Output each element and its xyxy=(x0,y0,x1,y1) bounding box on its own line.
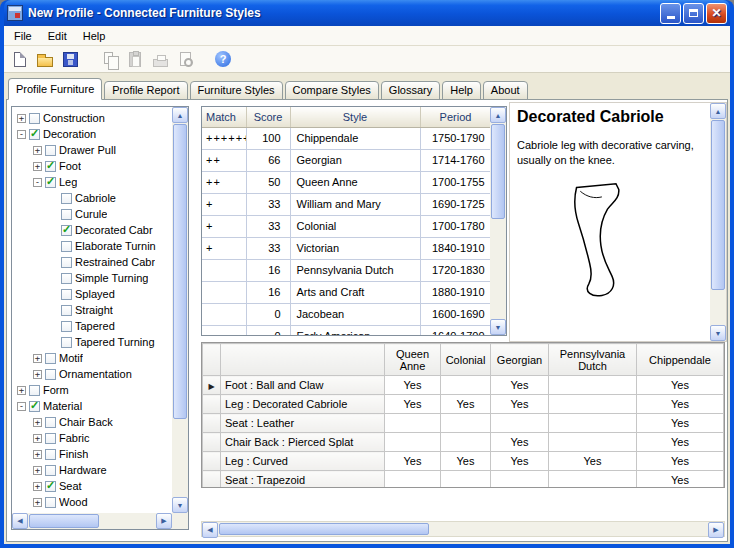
scroll-right-button[interactable]: ▶ xyxy=(708,522,724,538)
tree-checkbox[interactable] xyxy=(45,353,56,364)
tree-expander-icon[interactable]: + xyxy=(33,146,42,155)
tree-checkbox[interactable] xyxy=(61,209,72,220)
match-row[interactable]: ++++++100Chippendale1750-1790 xyxy=(202,127,490,149)
scrollbar-track[interactable] xyxy=(490,123,506,319)
scroll-left-button[interactable]: ◀ xyxy=(202,522,218,538)
tree-checkbox[interactable] xyxy=(61,241,72,252)
match-row[interactable]: 0Early American1640-1700 xyxy=(202,325,490,335)
scrollbar-thumb[interactable] xyxy=(711,120,725,290)
tree-item-label[interactable]: Hardware xyxy=(59,464,107,476)
tree-item-simple-turning[interactable]: Simple Turning xyxy=(13,270,171,286)
preview-button[interactable] xyxy=(176,50,194,68)
match-table-scrollbar[interactable]: ▲ ▼ xyxy=(490,107,506,335)
tree-checkbox[interactable] xyxy=(45,433,56,444)
tree-item-label[interactable]: Decoration xyxy=(43,128,96,140)
tree-checkbox[interactable] xyxy=(61,257,72,268)
close-button[interactable]: ✕ xyxy=(706,3,727,24)
grid-row[interactable]: Chair Back : Pierced Splat Yes Yes xyxy=(203,433,724,452)
tree-item-label[interactable]: Straight xyxy=(75,304,113,316)
match-row[interactable]: 16Arts and Craft1880-1910 xyxy=(202,281,490,303)
menu-file[interactable]: File xyxy=(6,27,40,45)
tree-item-label[interactable]: Wood xyxy=(59,496,88,508)
tree-checkbox[interactable] xyxy=(45,145,56,156)
tree-item-hardware[interactable]: +Hardware xyxy=(13,462,171,478)
grid-horizontal-scrollbar[interactable]: ◀ ▶ xyxy=(201,521,725,537)
tree-item-label[interactable]: Ornamentation xyxy=(59,368,132,380)
scroll-up-button[interactable]: ▲ xyxy=(172,107,188,123)
tree-item-seat[interactable]: +Seat xyxy=(13,478,171,494)
column-header-colonial[interactable]: Colonial xyxy=(441,344,491,376)
grid-row[interactable]: Seat : Leather Yes xyxy=(203,414,724,433)
scroll-up-button[interactable]: ▲ xyxy=(710,103,726,119)
tree-expander-icon[interactable]: + xyxy=(17,386,26,395)
tree-item-leg[interactable]: -Leg xyxy=(13,174,171,190)
tree-item-label[interactable]: Simple Turning xyxy=(75,272,148,284)
tree-checkbox[interactable] xyxy=(45,497,56,508)
match-row[interactable]: +33Victorian1840-1910 xyxy=(202,237,490,259)
tree-item-label[interactable]: Tapered xyxy=(75,320,115,332)
tree-expander-icon[interactable]: + xyxy=(33,498,42,507)
tree-item-label[interactable]: Drawer Pull xyxy=(59,144,116,156)
tree-item-label[interactable]: Chair Back xyxy=(59,416,113,428)
tree-item-restrained-cabriole[interactable]: Restrained Cabr xyxy=(13,254,171,270)
tree-item-chair-back[interactable]: +Chair Back xyxy=(13,414,171,430)
tree-item-elaborate-turning[interactable]: Elaborate Turnin xyxy=(13,238,171,254)
tree-item-label[interactable]: Restrained Cabr xyxy=(75,256,155,268)
match-row[interactable]: +33Colonial1700-1780 xyxy=(202,215,490,237)
copy-button[interactable] xyxy=(101,50,119,68)
tree-checkbox[interactable] xyxy=(61,321,72,332)
tree-checkbox[interactable] xyxy=(45,177,56,188)
tree-item-label[interactable]: Leg xyxy=(59,176,77,188)
tab-help[interactable]: Help xyxy=(442,81,481,100)
tree-checkbox[interactable] xyxy=(29,385,40,396)
tree-horizontal-scrollbar[interactable]: ◀ ▶ xyxy=(12,513,172,529)
tree-checkbox[interactable] xyxy=(45,369,56,380)
tree-expander-icon[interactable]: + xyxy=(17,114,26,123)
scrollbar-thumb[interactable] xyxy=(219,523,429,535)
row-selector[interactable] xyxy=(203,433,221,452)
new-button[interactable] xyxy=(11,50,29,68)
tab-compare-styles[interactable]: Compare Styles xyxy=(285,81,379,100)
match-row[interactable]: 0Jacobean1600-1690 xyxy=(202,303,490,325)
grid-row[interactable]: Seat : Trapezoid Yes xyxy=(203,471,724,489)
tree-item-label[interactable]: Construction xyxy=(43,112,105,124)
scroll-down-button[interactable]: ▼ xyxy=(490,319,506,335)
column-header-georgian[interactable]: Georgian xyxy=(491,344,549,376)
menu-edit[interactable]: Edit xyxy=(40,27,75,45)
help-button[interactable]: ? xyxy=(214,50,232,68)
print-button[interactable] xyxy=(151,50,169,68)
match-row[interactable]: ++66Georgian1714-1760 xyxy=(202,149,490,171)
tree-checkbox[interactable] xyxy=(61,225,72,236)
column-header-score[interactable]: Score xyxy=(246,107,290,127)
tree-item-motif[interactable]: +Motif xyxy=(13,350,171,366)
scrollbar-thumb[interactable] xyxy=(29,514,99,528)
tree-expander-icon[interactable]: + xyxy=(33,434,42,443)
current-row-indicator[interactable] xyxy=(203,376,221,395)
scrollbar-track[interactable] xyxy=(28,513,156,529)
tree-item-label[interactable]: Decorated Cabr xyxy=(75,224,153,236)
tree-item-construction[interactable]: +Construction xyxy=(13,110,171,126)
row-selector[interactable] xyxy=(203,414,221,433)
column-header-pennsylvania-dutch[interactable]: Pennsylvania Dutch xyxy=(549,344,637,376)
tree-item-label[interactable]: Cabriole xyxy=(75,192,116,204)
column-header-queen-anne[interactable]: Queen Anne xyxy=(385,344,441,376)
scroll-down-button[interactable]: ▼ xyxy=(710,325,726,341)
tab-profile-report[interactable]: Profile Report xyxy=(104,81,187,100)
tree-checkbox[interactable] xyxy=(61,273,72,284)
menu-help[interactable]: Help xyxy=(75,27,114,45)
tree-checkbox[interactable] xyxy=(29,401,40,412)
tree-item-label[interactable]: Form xyxy=(43,384,69,396)
detail-scrollbar[interactable]: ▲ ▼ xyxy=(710,103,726,341)
tree-item-label[interactable]: Finish xyxy=(59,448,88,460)
tree-item-tapered[interactable]: Tapered xyxy=(13,318,171,334)
column-header-match[interactable]: Match xyxy=(202,107,246,127)
tree-checkbox[interactable] xyxy=(61,193,72,204)
match-row[interactable]: ++50Queen Anne1700-1755 xyxy=(202,171,490,193)
scroll-down-button[interactable]: ▼ xyxy=(172,497,188,513)
open-button[interactable] xyxy=(36,50,54,68)
tree-expander-icon[interactable]: - xyxy=(17,402,26,411)
tree-item-label[interactable]: Seat xyxy=(59,480,82,492)
minimize-button[interactable] xyxy=(660,3,681,24)
tree-item-cabriole[interactable]: Cabriole xyxy=(13,190,171,206)
tree-item-straight[interactable]: Straight xyxy=(13,302,171,318)
